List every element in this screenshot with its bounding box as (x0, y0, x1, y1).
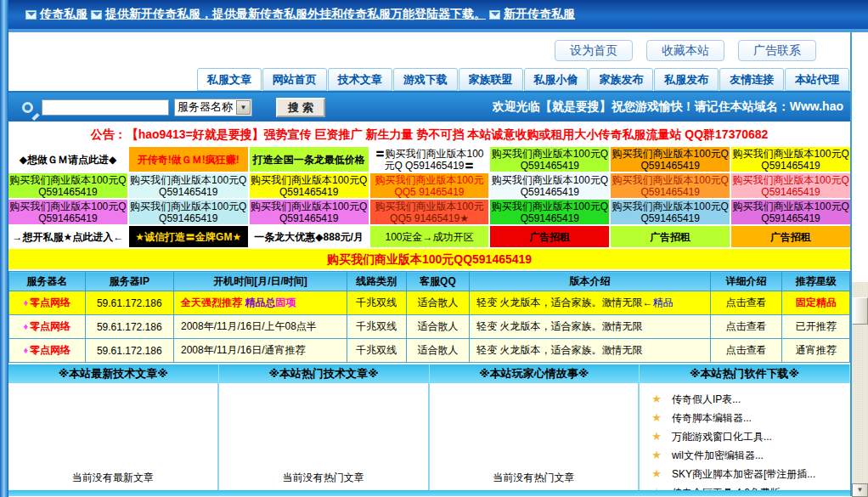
version-cell: 轻变 火龙版本，适合家族。激情无限 (470, 315, 711, 339)
tab-游戏下载[interactable]: 游戏下载 (393, 68, 458, 91)
title-link-1[interactable]: 提供新开传奇私服，提供最新传奇私服外挂和传奇私服万能登陆器下载。 (105, 7, 486, 22)
ad-cell-r1-c6[interactable]: 购买我们商业版本100元Q Q591465419 (731, 173, 850, 198)
line-type-cell: 千兆双线 (347, 315, 406, 339)
buy-banner[interactable]: 购买我们商业版本100元QQ591465419 (8, 249, 850, 269)
vertical-scrollbar[interactable]: ▼ (852, 282, 868, 497)
tab-本站代理[interactable]: 本站代理 (785, 68, 849, 91)
scrollbar-thumb[interactable] (852, 297, 868, 325)
tab-技术文章[interactable]: 技术文章 (328, 68, 392, 91)
download-item[interactable]: ★wil文件加密编辑器... (651, 446, 850, 465)
time-segment: 全天强烈推荐 (181, 297, 245, 308)
ad-cell-r0-c1[interactable]: 开传奇!做ＧＭ!疯狂赚! (129, 147, 248, 172)
ad-cell-r1-c4[interactable]: 购买我们商业版本100元Q Q591465419 (490, 173, 609, 198)
server-table-col-header-2: 开机时间[月/日/时间] (174, 272, 347, 291)
server-row: ♦零点网络59.61.172.1862008年/11月/16日/通宵推荐千兆双线… (9, 339, 850, 363)
search-input[interactable] (42, 99, 169, 116)
version-cell: 轻变 火龙版本，适合家族。激情无限←精品 (470, 291, 711, 315)
ad-cell-r1-c2[interactable]: 购买我们商业版本100元Q Q591465419 (250, 173, 369, 198)
ad-cell-r1-c1[interactable]: 购买我们商业版本100元Q Q591465419 (129, 173, 248, 198)
download-item[interactable]: ★传奇合区工具 4.0免费版... (651, 483, 850, 490)
tab-私服文章[interactable]: 私服文章 (197, 68, 262, 91)
section-header-3: ※本站热门软件下载※ (640, 364, 850, 383)
download-item-label: 万能游戏窗口化工具... (672, 431, 772, 443)
section-header-bar: ※本站最新技术文章※※本站热门技术文章※※本站玩家心情故事※※本站热门软件下载※ (8, 364, 850, 383)
ad-cell-r2-c0[interactable]: 购买我们商业版本100元Q Q591465419 (8, 200, 127, 224)
server-table-col-header-0: 服务器名 (9, 272, 86, 291)
title-link-2[interactable]: 新开传奇私服 (504, 7, 575, 22)
ad-cell-r0-c5[interactable]: 购买我们商业版本100元Q Q591465419 (611, 147, 730, 172)
header-button-0[interactable]: 设为首页 (555, 40, 633, 61)
header-button-1[interactable]: 收藏本站 (646, 40, 724, 61)
star-level-cell: 已开推荐 (782, 315, 850, 339)
section-header-1: ※本站热门技术文章※ (219, 364, 430, 383)
header-button-row: 设为首页收藏本站广告联系 (8, 32, 850, 68)
empty-message: 当前没有热门文章 (219, 471, 428, 485)
search-type-select[interactable]: 服务器名称 ▼ (174, 99, 252, 116)
title-segment: 传奇私服 (25, 7, 87, 22)
bottom-column-downloads: ★传奇假人IP表...★传奇脚本编辑器...★万能游戏窗口化工具...★wil文… (640, 383, 850, 490)
server-name-link[interactable]: 零点网络 (30, 297, 70, 308)
ad-cell-r3-c4[interactable]: 广告招租 (490, 226, 609, 247)
detail-link[interactable]: 点击查看 (726, 297, 767, 308)
tab-友情连接[interactable]: 友情连接 (719, 68, 784, 91)
header-button-2[interactable]: 广告联系 (738, 40, 816, 61)
download-item[interactable]: ★传奇假人IP表... (651, 390, 850, 409)
ad-cell-r2-c1[interactable]: 购买我们商业版本100元Q Q591465419 (129, 200, 248, 224)
ad-cell-r3-c2[interactable]: 一条龙大优惠◆888元/月 (250, 226, 369, 247)
line-type-cell: 千兆双线 (347, 339, 406, 363)
server-table-col-header-1: 服务器IP (85, 272, 173, 291)
ad-cell-r3-c5[interactable]: 广告招租 (611, 226, 730, 247)
ad-cell-r0-c4[interactable]: 购买我们商业版本100元Q Q591465419 (490, 147, 609, 172)
download-item[interactable]: ★SKY商业脚本加密器[带注册插... (651, 465, 850, 483)
ad-cell-r2-c2[interactable]: 购买我们商业版本100元Q Q591465419 (250, 200, 369, 224)
server-table: 服务器名服务器IP开机时间[月/日/时间]线路类别客服QQ版本介绍详细介绍推荐星… (8, 271, 850, 363)
mail-icon (25, 10, 37, 20)
version-segment: 轻变 火龙版本，适合家族。激情无限 (476, 320, 642, 332)
download-item-label: 传奇合区工具 4.0免费版... (672, 487, 789, 490)
ad-cell-r3-c1[interactable]: ★诚信打造〓金牌GM★ (129, 226, 248, 247)
tab-家族联盟[interactable]: 家族联盟 (459, 68, 523, 91)
detail-link[interactable]: 点击查看 (726, 320, 767, 332)
tab-私服小偷[interactable]: 私服小偷 (524, 68, 589, 91)
download-item[interactable]: ★万能游戏窗口化工具... (651, 427, 850, 446)
chevron-down-icon: ▼ (236, 100, 251, 115)
search-icon (22, 102, 33, 113)
ad-cell-r2-c4[interactable]: 购买我们商业版本100元Q Q591465419 (490, 200, 609, 224)
server-table-col-header-4: 客服QQ (406, 272, 470, 291)
empty-message: 当前没有热门文章 (430, 471, 639, 485)
server-ip-cell: 59.61.172.186 (85, 315, 173, 339)
server-name-link[interactable]: 零点网络 (30, 320, 70, 332)
server-name-cell: ♦零点网络 (9, 291, 86, 315)
ad-cell-r3-c0[interactable]: →想开私服★点此进入← (8, 226, 127, 247)
ad-cell-r0-c6[interactable]: 购买我们商业版本100元Q Q591465419 (731, 147, 850, 172)
download-item-label: SKY商业脚本加密器[带注册插... (672, 468, 815, 480)
section-header-0: ※本站最新技术文章※ (8, 364, 219, 383)
title-link-0[interactable]: 传奇私服 (40, 7, 87, 22)
nav-tabs: 私服文章网站首页技术文章游戏下载家族联盟私服小偷家族发布私服发布友情连接本站代理 (8, 68, 850, 91)
ad-cell-r0-c2[interactable]: 打造全国一条龙最低价格 (250, 147, 369, 172)
bottom-section-strip (8, 490, 850, 496)
ad-cell-r0-c0[interactable]: ◆想做ＧＭ请点此进◆ (8, 147, 127, 172)
server-name-link[interactable]: 零点网络 (30, 344, 70, 356)
detail-cell: 点击查看 (710, 291, 782, 315)
detail-link[interactable]: 点击查看 (726, 344, 767, 356)
ad-cell-r1-c3[interactable]: 购买我们商业版本100元QQ5 91465419 (370, 173, 489, 198)
server-table-col-header-7: 推荐星级 (782, 272, 850, 291)
ad-cell-r3-c6[interactable]: 广告招租 (731, 226, 850, 247)
tab-家族发布[interactable]: 家族发布 (589, 68, 653, 91)
tab-网站首页[interactable]: 网站首页 (262, 68, 327, 91)
ad-cell-r0-c3[interactable]: 〓购买我们商业版本100元Q Q591465419〓 (370, 147, 489, 172)
ad-cell-r3-c3[interactable]: 100定金→成功开区 (370, 226, 489, 247)
ad-cell-r1-c0[interactable]: 购买我们商业版本100元Q Q591465419 (8, 173, 127, 198)
search-button[interactable]: 搜 索 (276, 98, 325, 117)
download-item[interactable]: ★传奇脚本编辑器... (651, 409, 850, 427)
server-table-col-header-3: 线路类别 (347, 272, 406, 291)
ad-cell-r2-c3[interactable]: 购买我们商业版本100元QQ5 91465419★ (370, 200, 489, 224)
ad-cell-r1-c5[interactable]: 购买我们商业版本100元Q Q591465419 (611, 173, 730, 198)
download-item-label: 传奇假人IP表... (672, 393, 741, 405)
ad-cell-r2-c5[interactable]: 购买我们商业版本100元Q Q591465419 (611, 200, 730, 224)
scrollbar-down-button[interactable]: ▼ (852, 483, 868, 497)
server-name-cell: ♦零点网络 (9, 339, 86, 363)
tab-私服发布[interactable]: 私服发布 (654, 68, 719, 91)
ad-cell-r2-c6[interactable]: 购买我们商业版本100元Q Q591465419 (731, 200, 850, 224)
